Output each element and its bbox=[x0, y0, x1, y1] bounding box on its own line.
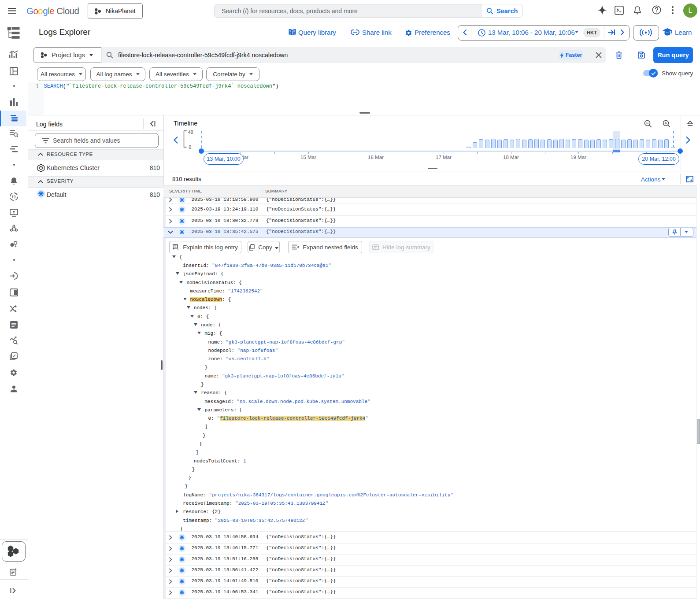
svg-text:40: 40 bbox=[188, 129, 193, 135]
svg-text:0: 0 bbox=[189, 144, 192, 150]
